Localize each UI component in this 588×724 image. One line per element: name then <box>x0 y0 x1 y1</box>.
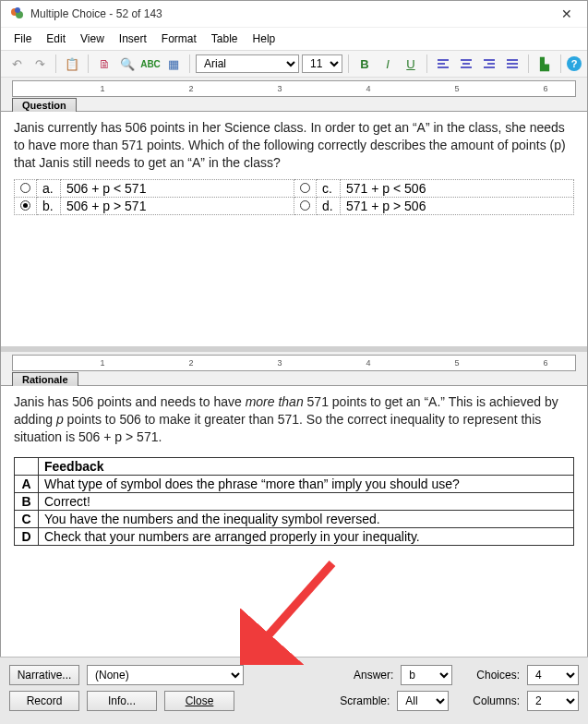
separator <box>189 54 190 73</box>
italic-icon[interactable]: I <box>378 54 398 74</box>
titlebar: Multiple Choice - 52 of 143 ✕ <box>1 1 587 28</box>
menu-view[interactable]: View <box>73 30 112 48</box>
option-text[interactable]: 571 + p < 506 <box>341 179 574 197</box>
answer-label: Answer: <box>354 669 393 682</box>
option-letter: c. <box>317 179 341 197</box>
menu-insert[interactable]: Insert <box>112 30 154 48</box>
feedback-header: Feedback <box>39 457 574 475</box>
ruler-bottom: 123456 <box>12 355 576 371</box>
table-row: BCorrect! <box>15 492 574 510</box>
undo-icon[interactable]: ↶ <box>6 54 27 74</box>
bold-icon[interactable]: B <box>354 54 375 74</box>
menu-file[interactable]: File <box>6 30 39 48</box>
find-icon[interactable]: 🔍 <box>117 54 138 74</box>
feedback-text[interactable]: You have the numbers and the inequality … <box>39 510 574 527</box>
separator <box>348 54 349 73</box>
font-name-select[interactable]: Arial <box>196 54 299 73</box>
align-left-icon[interactable] <box>433 54 453 74</box>
table-row: AWhat type of symbol does the phrase “mo… <box>15 475 574 492</box>
question-pane: Janis currently has 506 points in her Sc… <box>1 112 587 352</box>
table-row: DCheck that your numbers are arranged pr… <box>15 527 574 545</box>
narrative-select[interactable]: (None) <box>87 665 244 685</box>
separator <box>88 54 89 73</box>
font-size-select[interactable]: 11 <box>302 54 342 73</box>
feedback-text[interactable]: Check that your numbers are arranged pro… <box>39 527 574 545</box>
choices-select[interactable]: 4 <box>527 665 579 685</box>
menu-edit[interactable]: Edit <box>39 30 73 48</box>
svg-point-2 <box>15 7 20 13</box>
option-letter: d. <box>317 197 341 214</box>
menubar: File Edit View Insert Format Table Help <box>1 28 587 50</box>
record-button[interactable]: Record <box>9 691 79 711</box>
help-icon[interactable]: ? <box>567 56 582 71</box>
align-justify-icon[interactable] <box>502 54 522 74</box>
close-button[interactable]: Close <box>164 691 234 711</box>
separator <box>426 54 427 73</box>
feedback-text[interactable]: Correct! <box>39 492 574 510</box>
info-button[interactable]: Info... <box>87 691 157 711</box>
rationale-pane: Janis has 506 points and needs to have m… <box>1 386 587 626</box>
feedback-text[interactable]: What type of symbol does the phrase “mor… <box>39 475 574 492</box>
radio-c[interactable] <box>300 183 310 193</box>
underline-icon[interactable]: U <box>401 54 421 74</box>
rationale-text[interactable]: Janis has 506 points and needs to have m… <box>14 393 574 446</box>
redo-icon[interactable]: ↷ <box>30 54 50 74</box>
menu-table[interactable]: Table <box>204 30 246 48</box>
ruler-area-question: 123456 Question <box>1 78 587 112</box>
question-text[interactable]: Janis currently has 506 points in her Sc… <box>14 119 574 172</box>
paste-icon[interactable]: 📋 <box>62 54 82 74</box>
tab-rationale[interactable]: Rationale <box>12 372 78 386</box>
options-table: a. 506 + p < 571 c. 571 + p < 506 b. 506… <box>14 179 574 215</box>
table-row: CYou have the numbers and the inequality… <box>15 510 574 527</box>
narrative-button[interactable]: Narrative... <box>9 665 79 685</box>
scramble-label: Scramble: <box>340 694 390 707</box>
radio-b[interactable] <box>20 200 30 211</box>
scramble-select[interactable]: All <box>397 691 449 711</box>
choices-label: Choices: <box>476 669 520 682</box>
grid-icon[interactable]: ▦ <box>163 54 184 74</box>
option-text[interactable]: 506 + p < 571 <box>61 179 294 197</box>
close-icon[interactable]: ✕ <box>556 6 578 21</box>
toolbar: ↶ ↷ 📋 🗎 🔍 ABC ▦ Arial 11 B I U ▙ ? <box>1 50 587 78</box>
radio-d[interactable] <box>300 200 310 211</box>
menu-help[interactable]: Help <box>246 30 283 48</box>
table-row: b. 506 + p > 571 d. 571 + p > 506 <box>15 197 574 214</box>
feedback-table: Feedback AWhat type of symbol does the p… <box>14 457 574 546</box>
align-right-icon[interactable] <box>479 54 499 74</box>
radio-a[interactable] <box>20 183 30 193</box>
separator <box>55 54 56 73</box>
color-icon[interactable]: ▙ <box>534 54 555 74</box>
bottom-panel: Narrative... (None) Answer: b Choices: 4… <box>0 657 588 724</box>
option-letter: b. <box>37 197 61 214</box>
columns-select[interactable]: 2 <box>527 691 579 711</box>
table-row: a. 506 + p < 571 c. 571 + p < 506 <box>15 179 574 197</box>
spellcheck-icon[interactable]: ABC <box>140 54 161 74</box>
app-icon <box>10 6 25 21</box>
separator <box>560 54 561 73</box>
print-icon[interactable]: 🗎 <box>94 54 114 74</box>
align-center-icon[interactable] <box>456 54 476 74</box>
tab-question[interactable]: Question <box>12 98 77 112</box>
separator <box>528 54 529 73</box>
window-title: Multiple Choice - 52 of 143 <box>30 7 556 20</box>
menu-format[interactable]: Format <box>154 30 204 48</box>
answer-select[interactable]: b <box>401 665 452 685</box>
ruler-area-rationale: 123456 Rationale <box>1 352 587 386</box>
option-letter: a. <box>37 179 61 197</box>
ruler-top: 123456 <box>12 80 576 97</box>
option-text[interactable]: 571 + p > 506 <box>341 197 574 214</box>
option-text[interactable]: 506 + p > 571 <box>61 197 294 214</box>
columns-label: Columns: <box>473 694 520 707</box>
